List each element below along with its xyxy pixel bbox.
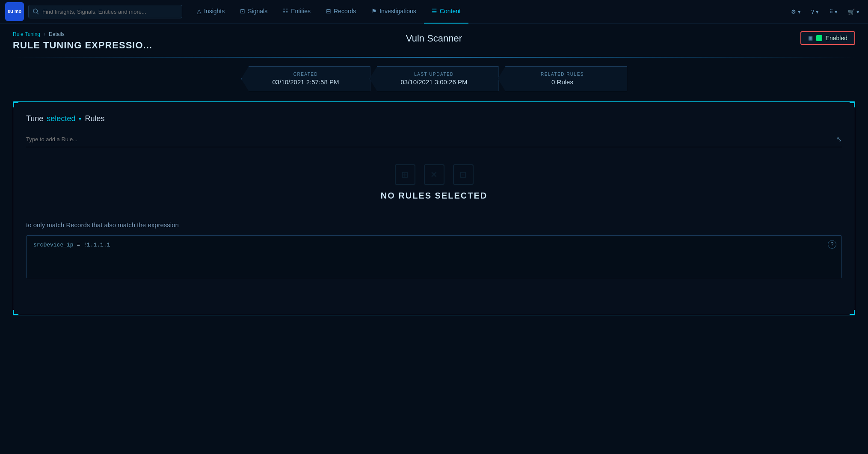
signals-icon: ⊡ <box>240 8 245 15</box>
svg-line-1 <box>37 12 39 14</box>
empty-state: ⊞ ✕ ⊡ NO RULES SELECTED <box>26 147 842 214</box>
expression-help-icon[interactable]: ? <box>828 240 836 249</box>
rule-input[interactable] <box>26 136 836 142</box>
search-bar[interactable] <box>28 5 182 18</box>
nav-item-label-investigations: Investigations <box>379 8 416 15</box>
help-button[interactable]: ? ▾ <box>808 7 822 17</box>
nav-items: △ Insights ⊡ Signals ☷ Entities ⊟ Record… <box>189 0 788 24</box>
nav-item-label-records: Records <box>334 8 356 15</box>
status-icon: ▣ <box>808 35 813 41</box>
created-label: CREATED <box>254 72 358 77</box>
main-panel: Tune selected ▾ Rules ⤡ ⊞ ✕ ⊡ NO RULES S… <box>13 101 855 315</box>
nav-item-records[interactable]: ⊟ Records <box>318 0 364 24</box>
search-input[interactable] <box>42 9 178 15</box>
related-rules-value: 0 Rules <box>510 78 615 86</box>
ghost-icon-3: ⊡ <box>453 164 474 185</box>
scanner-name: Vuln Scanner <box>406 33 462 44</box>
tune-row: Tune selected ▾ Rules <box>26 114 842 123</box>
logo-text: su mo <box>8 9 21 14</box>
status-badge[interactable]: ▣ Enabled <box>800 31 855 45</box>
last-updated-label: LAST UPDATED <box>382 72 486 77</box>
svg-point-0 <box>33 9 38 13</box>
grid-menu-button[interactable]: ⠿ ▾ <box>826 7 841 17</box>
ghost-icon-2: ✕ <box>424 164 444 185</box>
description-text: to only match Records that also match th… <box>26 221 842 228</box>
entities-icon: ☷ <box>283 8 288 15</box>
tune-selected[interactable]: selected <box>47 114 75 123</box>
page-header: Rule Tuning › Details RULE TUNING EXPRES… <box>0 24 868 58</box>
records-icon: ⊟ <box>326 8 331 15</box>
breadcrumb-parent[interactable]: Rule Tuning <box>13 31 40 37</box>
status-label: Enabled <box>826 35 847 42</box>
corner-br <box>850 310 855 315</box>
corner-bl <box>13 310 18 315</box>
nav-item-content[interactable]: ☰ Content <box>424 0 468 24</box>
nav-item-label-insights: Insights <box>204 8 225 15</box>
cart-button[interactable]: 🛒 ▾ <box>844 7 863 17</box>
expression-box: ? srcDevice_ip = !1.1.1.1 <box>26 235 842 278</box>
investigations-icon: ⚑ <box>371 8 377 15</box>
nav-item-signals[interactable]: ⊡ Signals <box>232 0 275 24</box>
expression-key: srcDevice_ip <box>33 242 74 248</box>
related-rules-label: RELATED RULES <box>510 72 615 77</box>
logo[interactable]: su mo <box>5 2 24 21</box>
nav-item-insights[interactable]: △ Insights <box>189 0 232 24</box>
corner-tr <box>850 102 855 107</box>
ghost-icons: ⊞ ✕ ⊡ <box>395 164 474 185</box>
search-icon <box>33 9 39 15</box>
nav-item-label-content: Content <box>440 8 461 15</box>
status-indicator <box>816 35 822 41</box>
meta-card-related-rules: RELATED RULES 0 Rules <box>498 66 627 91</box>
breadcrumb-current: Details <box>49 31 65 37</box>
expression-val: !1.1.1.1 <box>83 242 110 248</box>
header-divider <box>13 57 855 58</box>
meta-card-last-updated: LAST UPDATED 03/10/2021 3:00:26 PM <box>370 66 499 91</box>
tune-dropdown-arrow[interactable]: ▾ <box>79 116 81 122</box>
created-value: 03/10/2021 2:57:58 PM <box>254 78 358 86</box>
breadcrumb-separator: › <box>44 31 45 37</box>
nav-item-entities[interactable]: ☷ Entities <box>275 0 318 24</box>
meta-card-created: CREATED 03/10/2021 2:57:58 PM <box>241 66 370 91</box>
nav-right: ⚙ ▾ ? ▾ ⠿ ▾ 🛒 ▾ <box>788 7 863 17</box>
expression-op: = <box>77 242 83 248</box>
tune-prefix: Tune <box>26 114 43 123</box>
rule-input-row[interactable]: ⤡ <box>26 132 842 147</box>
insights-icon: △ <box>197 8 201 15</box>
nav-item-investigations[interactable]: ⚑ Investigations <box>364 0 424 24</box>
ghost-icon-1: ⊞ <box>395 164 415 185</box>
expand-icon[interactable]: ⤡ <box>836 135 842 143</box>
topnav: su mo △ Insights ⊡ Signals ☷ Entities ⊟ … <box>0 0 868 24</box>
last-updated-value: 03/10/2021 3:00:26 PM <box>382 78 486 86</box>
meta-cards: CREATED 03/10/2021 2:57:58 PM LAST UPDAT… <box>242 66 627 91</box>
nav-item-label-signals: Signals <box>248 8 267 15</box>
expression-code[interactable]: srcDevice_ip = !1.1.1.1 <box>33 242 835 248</box>
empty-state-text: NO RULES SELECTED <box>381 191 488 201</box>
tune-suffix: Rules <box>85 114 104 123</box>
nav-item-label-entities: Entities <box>291 8 311 15</box>
content-icon: ☰ <box>432 8 437 15</box>
settings-button[interactable]: ⚙ ▾ <box>788 7 804 17</box>
corner-tl <box>13 102 18 107</box>
